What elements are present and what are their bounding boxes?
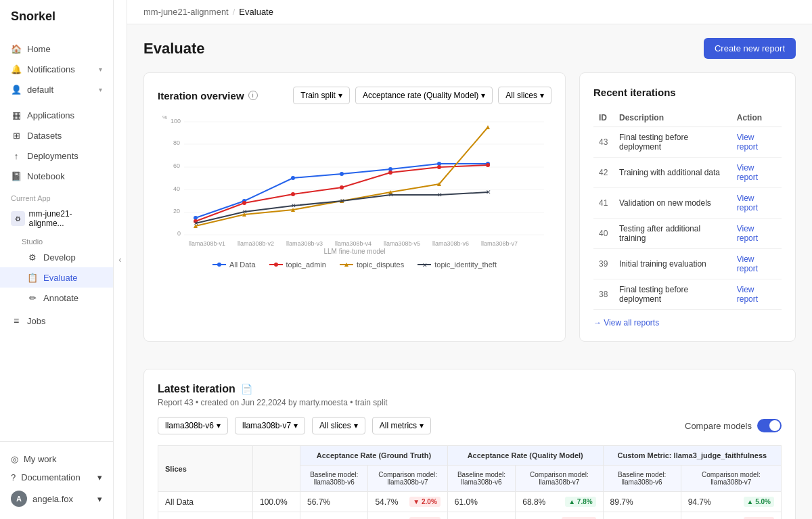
sidebar-item-datasets[interactable]: ⊞ Datasets bbox=[0, 125, 113, 145]
iter-description: Training with additional data bbox=[614, 158, 731, 188]
compare-models-toggle: Compare models bbox=[685, 419, 782, 432]
col-id: ID bbox=[593, 109, 614, 127]
col-cm-comp: Comparison model:llama308b-v7 bbox=[681, 466, 781, 492]
col-ar-gt-comp: Comparison model:llama308b-v7 bbox=[368, 466, 447, 492]
notebook-icon: 📓 bbox=[11, 171, 22, 181]
develop-icon: ⚙ bbox=[27, 252, 38, 263]
info-icon[interactable]: i bbox=[248, 91, 258, 100]
svg-point-30 bbox=[340, 185, 344, 189]
recent-iter-row: 40 Testing after additional training Vie… bbox=[593, 219, 782, 249]
slices-select[interactable]: All slices ▾ bbox=[498, 87, 551, 104]
iter-action[interactable]: View report bbox=[731, 127, 782, 158]
page-title: Evaluate bbox=[143, 40, 205, 58]
dropdown-icon: ▾ bbox=[338, 91, 342, 100]
iter-action[interactable]: View report bbox=[731, 249, 782, 279]
iteration-overview-card: Iteration overview i Train split ▾ Accep… bbox=[143, 72, 566, 342]
sidebar-item-annotate[interactable]: ✏ Annotate bbox=[0, 288, 113, 308]
legend-topic-identity-theft: ✕ topic_identity_theft bbox=[418, 261, 497, 269]
iter-action[interactable]: View report bbox=[731, 188, 782, 219]
iter-id: 41 bbox=[593, 188, 614, 219]
documentation-icon: ? bbox=[11, 472, 16, 482]
svg-text:✕: ✕ bbox=[422, 262, 428, 268]
current-app-item[interactable]: ⚙ mm-june21-alignme... bbox=[0, 205, 113, 232]
data-table-wrapper: Slices Acceptance Rate (Ground Truth) Ac… bbox=[158, 445, 782, 519]
svg-text:0: 0 bbox=[177, 230, 181, 237]
model2-select[interactable]: llama308b-v7 ▾ bbox=[235, 417, 305, 434]
breadcrumb-parent[interactable]: mm-june21-alignment bbox=[143, 7, 229, 17]
sidebar-item-jobs[interactable]: ≡ Jobs bbox=[0, 311, 113, 331]
svg-point-22 bbox=[291, 176, 295, 180]
cell-cm-comp: 93.3% ▼ 1.3% bbox=[681, 512, 781, 520]
slices-select-latest[interactable]: All slices ▾ bbox=[312, 417, 365, 434]
dropdown-icon: ▾ bbox=[540, 91, 544, 100]
latest-controls: llama308b-v6 ▾ llama308b-v7 ▾ All slices… bbox=[158, 417, 782, 434]
legend-all-data: All Data bbox=[212, 261, 256, 269]
col-action: Action bbox=[731, 109, 782, 127]
deployments-icon: ↑ bbox=[11, 150, 22, 161]
dropdown-icon: ▾ bbox=[481, 91, 485, 100]
chart-header: Iteration overview i Train split ▾ Accep… bbox=[158, 87, 551, 104]
username: angela.fox bbox=[32, 494, 73, 504]
metric-select[interactable]: Acceptance rate (Quality Model) ▾ bbox=[355, 87, 493, 104]
col-ar-qm-base: Baseline model:llama308b-v6 bbox=[447, 466, 515, 492]
col-ar-qm: Acceptance Rate (Quality Model) bbox=[447, 446, 603, 466]
sidebar-item-applications[interactable]: ▦ Applications bbox=[0, 105, 113, 125]
app-logo: Snorkel bbox=[0, 0, 113, 33]
dropdown-icon: ▾ bbox=[420, 421, 424, 430]
recent-iterations-table: ID Description Action 43 Final testing b… bbox=[593, 109, 782, 310]
svg-point-23 bbox=[340, 172, 344, 176]
iter-description: Final testing before deployment bbox=[614, 127, 731, 158]
split-select[interactable]: Train split ▾ bbox=[293, 87, 350, 104]
bell-icon: 🔔 bbox=[11, 64, 22, 74]
chart-title: Iteration overview i bbox=[158, 90, 258, 101]
iter-id: 39 bbox=[593, 249, 614, 279]
iter-action[interactable]: View report bbox=[731, 279, 782, 310]
view-all-reports-link[interactable]: → View all reports bbox=[593, 318, 782, 328]
col-ar-gt-base: Baseline model:llama308b-v6 bbox=[300, 466, 368, 492]
breadcrumb-separator: / bbox=[233, 7, 235, 17]
svg-text:llama308b-v3: llama308b-v3 bbox=[286, 240, 323, 247]
sidebar-item-documentation[interactable]: ? Documentation ▾ bbox=[11, 468, 102, 487]
svg-text:llama308b-v2: llama308b-v2 bbox=[238, 240, 274, 247]
breadcrumb-current: Evaluate bbox=[239, 7, 273, 17]
table-row: All Data 100.0% 56.7% 54.7% ▼ 2.0% 61.0%… bbox=[158, 492, 782, 512]
cell-ar-gt-base: 56.7% bbox=[300, 492, 368, 512]
evaluate-icon: 📋 bbox=[27, 272, 38, 283]
sidebar-item-evaluate[interactable]: 📋 Evaluate bbox=[0, 267, 113, 288]
cell-ar-qm-comp: 69.5% ▼ 19.4% bbox=[516, 512, 603, 520]
sidebar-item-notebook[interactable]: 📓 Notebook bbox=[0, 166, 113, 186]
svg-text:✕: ✕ bbox=[291, 202, 296, 209]
svg-text:100: 100 bbox=[171, 118, 181, 125]
model1-select[interactable]: llama308b-v6 ▾ bbox=[158, 417, 228, 434]
user-group-icon: 👤 bbox=[11, 84, 22, 95]
svg-text:llama308b-v4: llama308b-v4 bbox=[335, 240, 371, 247]
compare-toggle-switch[interactable] bbox=[757, 419, 782, 432]
page-header: Evaluate Create new report bbox=[143, 38, 796, 59]
cell-ar-qm-base: 61.0% bbox=[447, 492, 515, 512]
sidebar-item-notifications[interactable]: 🔔 Notifications ▾ bbox=[0, 59, 113, 79]
sidebar-item-user[interactable]: A angela.fox ▾ bbox=[11, 487, 102, 511]
sidebar-item-default[interactable]: 👤 default ▾ bbox=[0, 79, 113, 99]
iter-action[interactable]: View report bbox=[731, 219, 782, 249]
iter-description: Final testing before deployment bbox=[614, 279, 731, 310]
sidebar-toggle[interactable]: ‹ bbox=[114, 0, 127, 519]
mywork-icon: ◎ bbox=[11, 454, 18, 464]
overview-section: Iteration overview i Train split ▾ Accep… bbox=[143, 72, 796, 355]
iter-id: 38 bbox=[593, 279, 614, 310]
svg-text:✕: ✕ bbox=[340, 198, 345, 204]
studio-label: Studio bbox=[0, 232, 113, 247]
recent-iterations-card: Recent iterations ID Description Action … bbox=[579, 72, 796, 342]
metrics-select[interactable]: All metrics ▾ bbox=[372, 417, 431, 434]
sidebar-item-deployments[interactable]: ↑ Deployments bbox=[0, 145, 113, 166]
sidebar-item-mywork[interactable]: ◎ My work bbox=[11, 450, 102, 468]
create-report-button[interactable]: Create new report bbox=[704, 38, 796, 59]
sidebar-item-home[interactable]: 🏠 Home bbox=[0, 39, 113, 59]
sidebar-item-annotate-label: Annotate bbox=[43, 293, 78, 303]
svg-text:✕: ✕ bbox=[242, 208, 248, 215]
sidebar-item-default-label: default bbox=[27, 85, 53, 95]
sidebar-item-datasets-label: Datasets bbox=[27, 131, 62, 141]
svg-point-32 bbox=[437, 165, 441, 169]
iter-id: 43 bbox=[593, 127, 614, 158]
sidebar-item-develop[interactable]: ⚙ Develop bbox=[0, 247, 113, 267]
iter-action[interactable]: View report bbox=[731, 158, 782, 188]
